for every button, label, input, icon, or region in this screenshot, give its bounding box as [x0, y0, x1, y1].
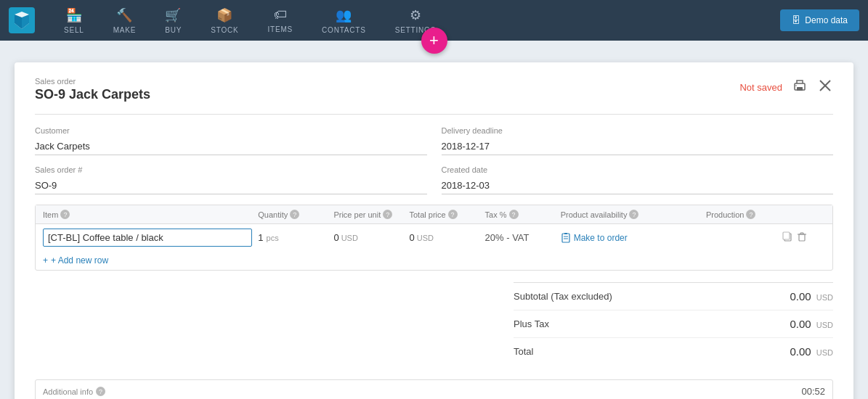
close-button[interactable]: [817, 78, 833, 97]
quantity-unit: pcs: [267, 234, 279, 242]
not-saved-status: Not saved: [739, 82, 782, 93]
make-to-order-label: Make to order: [574, 233, 628, 243]
top-navigation: 🏪 SELL 🔨 MAKE 🛒 BUY 📦 STOCK 🏷 ITEMS 👥 CO…: [0, 0, 868, 41]
copy-icon: [782, 231, 793, 242]
customer-field-group: Customer: [35, 126, 427, 155]
subtotal-value: 0.00 USD: [790, 290, 833, 303]
settings-icon: ⚙: [410, 7, 422, 23]
sales-order-card: Sales order SO-9 Jack Carpets Not saved: [15, 62, 853, 399]
created-date-field-group: Created date: [442, 165, 834, 194]
additional-info-wrapper: Additional info ? 00:52: [35, 365, 833, 399]
nav-item-buy[interactable]: 🛒 BUY: [150, 1, 196, 40]
sales-order-field-group: Sales order #: [35, 165, 427, 194]
sales-order-input[interactable]: [35, 177, 427, 194]
print-button[interactable]: [791, 77, 808, 98]
svg-rect-10: [564, 233, 567, 234]
svg-point-6: [795, 85, 797, 86]
total-currency: USD: [816, 348, 833, 357]
make-to-order-button[interactable]: Make to order: [561, 233, 628, 243]
additional-info-section: Additional info ? 00:52: [35, 379, 833, 399]
nav-menu: 🏪 SELL 🔨 MAKE 🛒 BUY 📦 STOCK 🏷 ITEMS 👥 CO…: [49, 1, 780, 40]
fab-button[interactable]: +: [421, 28, 447, 54]
contacts-icon: 👥: [336, 7, 352, 23]
stock-icon: 📦: [216, 7, 233, 23]
created-date-label: Created date: [442, 165, 834, 174]
cell-availability: Make to order: [561, 233, 700, 243]
price-help-icon[interactable]: ?: [383, 210, 392, 219]
delivery-field-group: Delivery deadline: [442, 126, 834, 155]
svg-rect-9: [562, 234, 569, 242]
availability-help-icon[interactable]: ?: [629, 210, 638, 219]
header-divider: [35, 114, 833, 115]
customer-input[interactable]: [35, 138, 427, 155]
nav-item-sell[interactable]: 🏪 SELL: [49, 1, 99, 40]
app-logo[interactable]: [9, 7, 35, 33]
demo-data-button[interactable]: 🗄 Demo data: [780, 9, 859, 31]
nav-item-stock[interactable]: 📦 STOCK: [196, 1, 253, 40]
cell-price: 0 USD: [333, 232, 403, 243]
subtotal-row: Subtotal (Tax excluded) 0.00 USD: [514, 283, 833, 310]
svg-rect-15: [799, 234, 805, 241]
close-icon: [819, 79, 832, 92]
form-row-2: Sales order # Created date: [35, 165, 833, 194]
svg-rect-5: [797, 87, 803, 91]
trash-icon: [796, 231, 808, 242]
additional-info-help-icon[interactable]: ?: [96, 387, 105, 396]
buy-icon: 🛒: [165, 7, 182, 23]
created-date-input[interactable]: [442, 177, 834, 194]
nav-item-contacts[interactable]: 👥 CONTACTS: [307, 1, 381, 40]
delete-row-button[interactable]: [796, 231, 808, 244]
cell-tax: 20% - VAT: [485, 232, 555, 243]
cell-quantity: 1 pcs: [258, 232, 328, 243]
copy-row-button[interactable]: [782, 231, 793, 244]
cell-item[interactable]: [43, 229, 252, 247]
table-row: 1 pcs 0 USD 0 USD 20% - VAT: [36, 224, 832, 251]
add-row-label: + Add new row: [51, 255, 108, 266]
nav-item-items[interactable]: 🏷 ITEMS: [253, 1, 307, 40]
item-input[interactable]: [43, 229, 252, 247]
price-value: 0: [333, 232, 338, 243]
col-header-price: Price per unit ?: [333, 210, 403, 219]
sell-label: SELL: [64, 26, 84, 34]
make-icon: 🔨: [116, 7, 133, 23]
item-help-icon[interactable]: ?: [60, 210, 70, 219]
plus-tax-value: 0.00 USD: [790, 318, 833, 330]
sales-order-label: Sales order #: [35, 165, 427, 174]
items-label: ITEMS: [267, 25, 293, 33]
total-help-icon[interactable]: ?: [448, 210, 458, 219]
customer-label: Customer: [35, 126, 427, 135]
total-currency: USD: [417, 234, 434, 242]
col-header-quantity: Quantity ?: [258, 210, 328, 219]
stock-label: STOCK: [211, 26, 238, 34]
quantity-help-icon[interactable]: ?: [290, 210, 299, 219]
subtotal-currency: USD: [816, 293, 833, 302]
total-value: 0.00 USD: [790, 345, 833, 358]
clipboard-icon: [561, 233, 571, 243]
nav-item-make[interactable]: 🔨 MAKE: [99, 1, 151, 40]
delivery-label: Delivery deadline: [442, 126, 834, 135]
total-row: Total 0.00 USD: [514, 338, 833, 365]
col-header-item: Item ?: [43, 210, 252, 219]
add-new-row-button[interactable]: + + Add new row: [36, 251, 115, 270]
tax-help-icon[interactable]: ?: [509, 210, 519, 219]
cell-total: 0 USD: [409, 232, 479, 243]
main-content: Sales order SO-9 Jack Carpets Not saved: [0, 41, 868, 399]
plus-tax-currency: USD: [816, 321, 833, 329]
table-header: Item ? Quantity ? Price per unit ? Total…: [36, 205, 832, 224]
total-label: Total: [514, 346, 533, 357]
production-help-icon[interactable]: ?: [746, 210, 755, 219]
card-header: Sales order SO-9 Jack Carpets Not saved: [35, 77, 833, 102]
svg-rect-14: [783, 232, 790, 239]
print-icon: [792, 78, 807, 93]
make-label: MAKE: [113, 26, 137, 34]
contacts-label: CONTACTS: [322, 26, 366, 34]
form-row-1: Customer Delivery deadline: [35, 126, 833, 155]
card-header-actions: Not saved: [739, 77, 833, 98]
time-display: 00:52: [801, 386, 825, 397]
delivery-input[interactable]: [442, 138, 834, 155]
card-title: SO-9 Jack Carpets: [35, 87, 150, 102]
col-header-availability: Product availability ?: [561, 210, 700, 219]
price-currency: USD: [341, 234, 358, 242]
col-header-production: Production ?: [706, 210, 776, 219]
col-header-tax: Tax % ?: [485, 210, 555, 219]
